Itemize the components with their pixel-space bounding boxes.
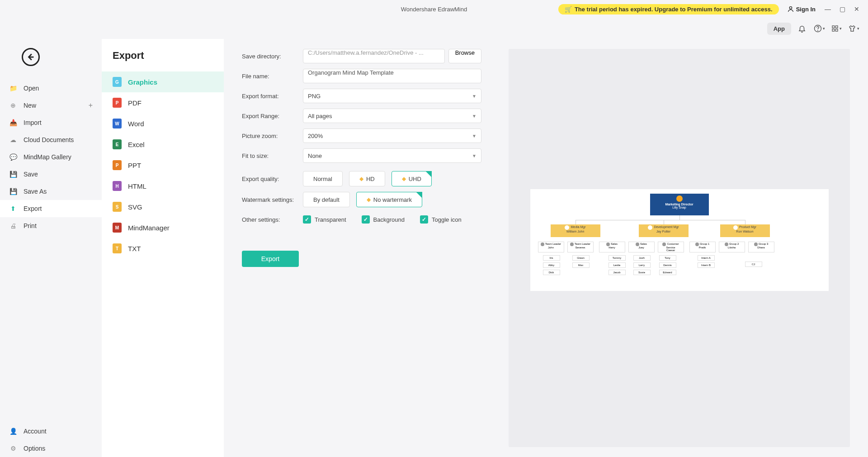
save-icon: 💾 bbox=[9, 170, 17, 178]
quality-option-uhd[interactable]: ◆UHD bbox=[392, 171, 432, 186]
diamond-icon: ◆ bbox=[367, 196, 371, 203]
org-leaf: Dennis bbox=[659, 262, 676, 268]
account-icon: 👤 bbox=[9, 427, 17, 435]
org-node: Group 1Pratik bbox=[689, 242, 716, 252]
org-node: Group 3Dhara bbox=[748, 242, 774, 252]
org-leaf: Leslie bbox=[609, 262, 626, 268]
preview-pane: Marketing Director Lilly Snap Media MgrW… bbox=[509, 49, 850, 447]
org-node: Product MgrRon Watson bbox=[720, 224, 770, 237]
app-title: Wondershare EdrawMind bbox=[401, 6, 467, 13]
sidebar-item-new[interactable]: ⊕New+ bbox=[0, 97, 102, 114]
export-range-select[interactable]: All pages▼ bbox=[303, 109, 481, 123]
help-icon[interactable]: ▾ bbox=[813, 22, 826, 35]
other-settings: ✓Transparent✓Background✓Toggle icon bbox=[303, 215, 462, 224]
picture-zoom-label: Picture zoom: bbox=[242, 133, 303, 139]
file-sidebar: 📁Open⊕New+📥Import☁Cloud Documents💬MindMa… bbox=[0, 39, 102, 457]
export-format-select[interactable]: PNG▼ bbox=[303, 89, 481, 103]
plus-icon[interactable]: + bbox=[89, 101, 93, 109]
sidebar-item-print[interactable]: 🖨Print bbox=[0, 217, 102, 234]
export-format-excel[interactable]: EExcel bbox=[102, 134, 224, 155]
file-name-label: File name: bbox=[242, 73, 303, 80]
content: Save directory: C:/Users/matthew.a.ferna… bbox=[224, 39, 868, 457]
watermark-option-1[interactable]: ◆No wartermark bbox=[356, 192, 422, 207]
picture-zoom-select[interactable]: 200%▼ bbox=[303, 129, 481, 143]
watermark-label: Watermark settings: bbox=[242, 196, 303, 203]
file-icon: S bbox=[113, 202, 122, 212]
maximize-icon[interactable]: ▢ bbox=[839, 6, 845, 12]
checkbox-icon: ✓ bbox=[362, 215, 370, 224]
quality-option-hd[interactable]: ◆HD bbox=[349, 171, 385, 186]
export-format-label: Export format: bbox=[242, 93, 303, 100]
window-controls: — ▢ ✕ bbox=[825, 6, 868, 12]
export-format-svg[interactable]: SSVG bbox=[102, 196, 224, 217]
trial-text: The trial period has expired. Upgrade to… bbox=[575, 6, 773, 13]
file-icon: T bbox=[113, 243, 122, 253]
gallery-icon: 💬 bbox=[9, 153, 17, 161]
sidebar-item-save[interactable]: 💾Save bbox=[0, 166, 102, 183]
org-leaf: Intern A bbox=[698, 255, 715, 261]
file-icon: P bbox=[113, 98, 122, 108]
sidebar-item-export[interactable]: ⬆Export bbox=[0, 200, 102, 217]
org-leaf: CJ bbox=[745, 262, 762, 267]
fit-to-size-label: Fit to size: bbox=[242, 152, 303, 159]
sidebar-item-mindmap-gallery[interactable]: 💬MindMap Gallery bbox=[0, 148, 102, 166]
check-corner-icon bbox=[416, 192, 422, 198]
tshirt-icon[interactable]: ▾ bbox=[847, 22, 860, 35]
sidebar-item-options[interactable]: ⚙Options bbox=[0, 440, 102, 457]
cart-icon: 🛒 bbox=[565, 6, 572, 13]
export-format-html[interactable]: HHTML bbox=[102, 176, 224, 196]
file-icon: P bbox=[113, 160, 122, 170]
print-icon: 🖨 bbox=[9, 222, 17, 230]
export-format-mindmanager[interactable]: MMindManager bbox=[102, 217, 224, 238]
save-directory-input[interactable]: C:/Users/matthew.a.fernandez/OneDrive - … bbox=[303, 49, 445, 63]
gear-icon: ⚙ bbox=[9, 444, 17, 452]
org-leaf: Abby bbox=[543, 262, 560, 268]
user-icon bbox=[787, 5, 794, 13]
plus-circle-icon: ⊕ bbox=[9, 101, 17, 109]
bell-icon[interactable] bbox=[796, 22, 808, 35]
checkbox-icon: ✓ bbox=[303, 215, 311, 224]
export-format-word[interactable]: WWord bbox=[102, 113, 224, 134]
minimize-icon[interactable]: — bbox=[825, 6, 831, 12]
svg-point-0 bbox=[789, 7, 792, 9]
back-button[interactable] bbox=[22, 48, 40, 66]
signin-label: Sign In bbox=[796, 6, 816, 13]
org-node: Media MgrWilliam John bbox=[551, 224, 600, 237]
trial-banner[interactable]: 🛒 The trial period has expired. Upgrade … bbox=[558, 4, 779, 14]
sidebar-item-account[interactable]: 👤Account bbox=[0, 423, 102, 440]
quality-options: Normal◆HD◆UHD bbox=[303, 171, 432, 186]
file-icon: G bbox=[113, 77, 122, 87]
checkbox-toggle-icon[interactable]: ✓Toggle icon bbox=[420, 215, 462, 224]
close-icon[interactable]: ✕ bbox=[854, 6, 860, 12]
sidebar-item-import[interactable]: 📥Import bbox=[0, 114, 102, 131]
arrow-left-icon bbox=[26, 52, 36, 62]
org-leaf: Dick bbox=[543, 270, 560, 275]
grid-icon[interactable]: ▾ bbox=[830, 22, 843, 35]
org-leaf: Tommy bbox=[609, 255, 626, 261]
export-format-ppt[interactable]: PPPT bbox=[102, 155, 224, 176]
diamond-icon: ◆ bbox=[402, 176, 406, 182]
export-format-txt[interactable]: TTXT bbox=[102, 238, 224, 259]
fit-to-size-select[interactable]: None▼ bbox=[303, 148, 481, 163]
app-button[interactable]: App bbox=[767, 23, 791, 35]
checkbox-background[interactable]: ✓Background bbox=[362, 215, 405, 224]
export-button[interactable]: Export bbox=[242, 251, 299, 267]
import-icon: 📥 bbox=[9, 119, 17, 127]
export-icon: ⬆ bbox=[9, 205, 17, 213]
file-icon: E bbox=[113, 139, 122, 149]
sidebar-item-save-as[interactable]: 💾Save As bbox=[0, 183, 102, 200]
export-format-pdf[interactable]: PPDF bbox=[102, 92, 224, 113]
watermark-option-0[interactable]: By default bbox=[303, 192, 350, 207]
file-name-input[interactable]: Organogram Mind Map Template bbox=[303, 69, 481, 83]
checkbox-transparent[interactable]: ✓Transparent bbox=[303, 215, 346, 224]
sidebar-item-open[interactable]: 📁Open bbox=[0, 80, 102, 97]
browse-button[interactable]: Browse bbox=[448, 49, 481, 63]
signin-button[interactable]: Sign In bbox=[787, 5, 816, 13]
saveas-icon: 💾 bbox=[9, 187, 17, 195]
quality-option-normal[interactable]: Normal bbox=[303, 171, 343, 186]
org-node: SalesHarry bbox=[599, 242, 625, 252]
export-format-graphics[interactable]: GGraphics bbox=[102, 71, 224, 92]
sidebar-item-cloud-documents[interactable]: ☁Cloud Documents bbox=[0, 131, 102, 148]
checkbox-icon: ✓ bbox=[420, 215, 428, 224]
org-root: Marketing Director Lilly Snap bbox=[650, 194, 709, 215]
